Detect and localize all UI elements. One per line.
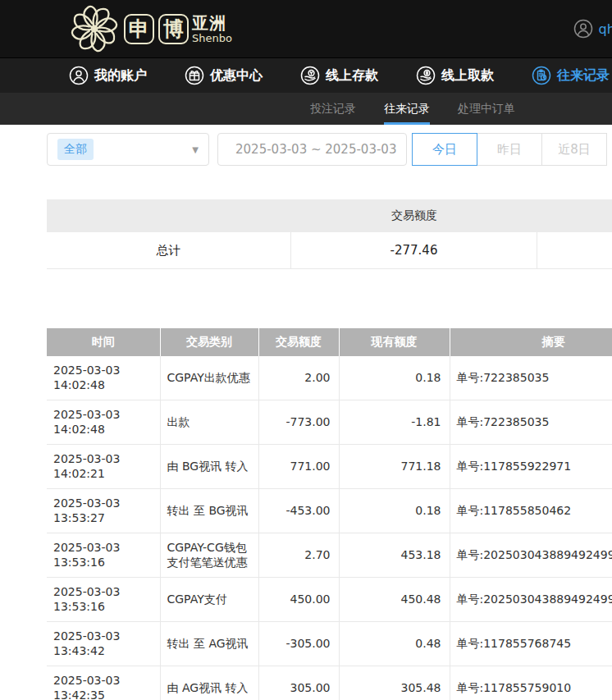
transactions-header-row: 时间 交易类别 交易额度 现有额度 摘要: [47, 328, 612, 356]
cell-time: 2025-03-03 14:02:48: [47, 400, 160, 445]
cell-time: 2025-03-03 13:43:42: [47, 622, 160, 666]
cell-amount: 2.70: [258, 533, 339, 578]
table-row: 2025-03-03 13:53:16 CGPAY支付 450.00 450.4…: [47, 578, 612, 622]
nav-label: 线上存款: [326, 67, 378, 85]
logo-romanized-label: Shenbo: [192, 33, 232, 43]
date-range-input[interactable]: 2025-03-03 ~ 2025-03-03: [217, 133, 407, 166]
nav-item-transactions[interactable]: 往来记录: [532, 66, 610, 85]
table-row: 2025-03-03 14:02:48 CGPAY出款优惠 2.00 0.18 …: [47, 356, 612, 400]
cell-amount: -453.00: [258, 489, 339, 533]
summary-row-label: 总计: [47, 232, 291, 268]
cell-time: 2025-03-03 14:02:21: [47, 445, 160, 489]
cell-memo: 单号:722385035: [450, 356, 612, 400]
nav-label: 优惠中心: [210, 67, 263, 85]
type-select[interactable]: 全部 ▼: [47, 133, 209, 166]
col-header-amount: 交易额度: [258, 328, 339, 356]
cell-balance: -1.81: [339, 400, 450, 445]
main-nav: 我的账户 优惠中心 线上存款 线上取款: [0, 57, 612, 93]
top-header: 申 博 亚洲 Shenbo qhh: [0, 0, 612, 57]
nav-label: 线上取款: [441, 67, 494, 85]
quick-date-buttons: 今日 昨日 近8日: [413, 133, 607, 166]
table-row: 2025-03-03 13:43:42 转出 至 AG视讯 -305.00 0.…: [47, 622, 612, 666]
cell-balance: 0.18: [339, 489, 450, 533]
withdraw-icon: [416, 66, 436, 85]
date-range-value: 2025-03-03 ~ 2025-03-03: [235, 142, 396, 157]
cell-type: CGPAY出款优惠: [160, 356, 258, 400]
avatar-icon: [573, 19, 593, 39]
records-icon: [532, 66, 551, 85]
cell-amount: 771.00: [258, 445, 339, 489]
cell-memo: 单号:117855759010: [450, 666, 612, 700]
cell-type: 由 AG视讯 转入: [160, 666, 258, 700]
nav-label: 往来记录: [557, 67, 610, 85]
cell-amount: -773.00: [258, 400, 339, 445]
yesterday-button[interactable]: 昨日: [477, 133, 542, 166]
cell-balance: 0.48: [339, 622, 450, 666]
summary-header-row: 交易额度: [47, 199, 612, 232]
cell-memo: 单号:117855922971: [450, 445, 612, 489]
nav-item-my-account[interactable]: 我的账户: [69, 66, 147, 85]
nav-item-promotions[interactable]: 优惠中心: [185, 66, 263, 85]
cell-balance: 305.48: [339, 666, 450, 700]
cell-amount: 2.00: [258, 356, 339, 400]
cell-time: 2025-03-03 13:42:35: [47, 666, 160, 700]
brand-logo[interactable]: 申 博 亚洲 Shenbo: [69, 3, 232, 54]
cell-balance: 771.18: [339, 445, 450, 489]
cell-type: 出款: [160, 400, 258, 445]
user-account-area[interactable]: qhh: [573, 0, 612, 57]
today-button[interactable]: 今日: [412, 133, 477, 166]
filter-bar: 全部 ▼ 2025-03-03 ~ 2025-03-03 今日 昨日 近8日: [47, 133, 612, 166]
cell-amount: -305.00: [258, 622, 339, 666]
cell-balance: 0.18: [339, 356, 450, 400]
logo-char-shen: 申: [124, 14, 154, 44]
col-header-memo: 摘要: [450, 328, 612, 356]
summary-header-label: 交易额度: [291, 199, 537, 232]
logo-char-bo: 博: [158, 14, 189, 44]
username-link[interactable]: qhh: [599, 21, 612, 37]
cell-type: 由 BG视讯 转入: [160, 445, 258, 489]
gift-icon: [185, 66, 204, 85]
transactions-body: 2025-03-03 14:02:48 CGPAY出款优惠 2.00 0.18 …: [47, 356, 612, 700]
nav-label: 我的账户: [94, 67, 147, 85]
flower-logo-icon: [69, 3, 120, 54]
transactions-table: 时间 交易类别 交易额度 现有额度 摘要 2025-03-03 14:02:48…: [47, 328, 612, 700]
last-8-days-button[interactable]: 近8日: [541, 133, 607, 166]
logo-region-label: 亚洲: [192, 15, 232, 31]
tab-pending-orders[interactable]: 处理中订单: [458, 93, 515, 125]
summary-total-value: -277.46: [291, 232, 537, 268]
deposit-icon: [300, 66, 320, 85]
cell-type: 转出 至 BG视讯: [160, 489, 258, 533]
cell-type: CGPAY-CG钱包支付笔笔送优惠: [160, 533, 258, 578]
table-row: 2025-03-03 14:02:48 出款 -773.00 -1.81 单号:…: [47, 400, 612, 445]
cell-memo: 单号:117855768745: [450, 622, 612, 666]
chevron-down-icon: ▼: [192, 145, 199, 154]
table-row: 2025-03-03 13:53:27 转出 至 BG视讯 -453.00 0.…: [47, 489, 612, 533]
cell-type: 转出 至 AG视讯: [160, 622, 258, 666]
table-row: 2025-03-03 13:53:16 CGPAY-CG钱包支付笔笔送优惠 2.…: [47, 533, 612, 578]
tab-bet-records[interactable]: 投注记录: [310, 93, 356, 125]
cell-balance: 450.48: [339, 578, 450, 622]
cell-memo: 单号:117855850462: [450, 489, 612, 533]
record-tabs: 投注记录 往来记录 处理中订单: [0, 93, 612, 125]
cell-type: CGPAY支付: [160, 578, 258, 622]
nav-item-deposit[interactable]: 线上存款: [300, 66, 378, 85]
nav-item-withdraw[interactable]: 线上取款: [416, 66, 494, 85]
cell-memo: 单号:202503043889492499: [450, 578, 612, 622]
cell-amount: 305.00: [258, 666, 339, 700]
tab-transaction-records[interactable]: 往来记录: [384, 93, 430, 125]
col-header-balance: 现有额度: [339, 328, 450, 356]
cell-time: 2025-03-03 14:02:48: [47, 356, 160, 400]
user-icon: [69, 66, 89, 85]
type-select-value: 全部: [57, 139, 94, 160]
cell-balance: 453.18: [339, 533, 450, 578]
cell-time: 2025-03-03 13:53:16: [47, 578, 160, 622]
cell-memo: 单号:202503043889492499: [450, 533, 612, 578]
summary-total-row: 总计 -277.46: [47, 232, 612, 269]
summary-table: 交易额度 总计 -277.46: [47, 199, 612, 269]
cell-time: 2025-03-03 13:53:16: [47, 533, 160, 578]
cell-amount: 450.00: [258, 578, 339, 622]
table-row: 2025-03-03 14:02:21 由 BG视讯 转入 771.00 771…: [47, 445, 612, 489]
cell-memo: 单号:722385035: [450, 400, 612, 445]
cell-time: 2025-03-03 13:53:27: [47, 489, 160, 533]
table-row: 2025-03-03 13:42:35 由 AG视讯 转入 305.00 305…: [47, 666, 612, 700]
